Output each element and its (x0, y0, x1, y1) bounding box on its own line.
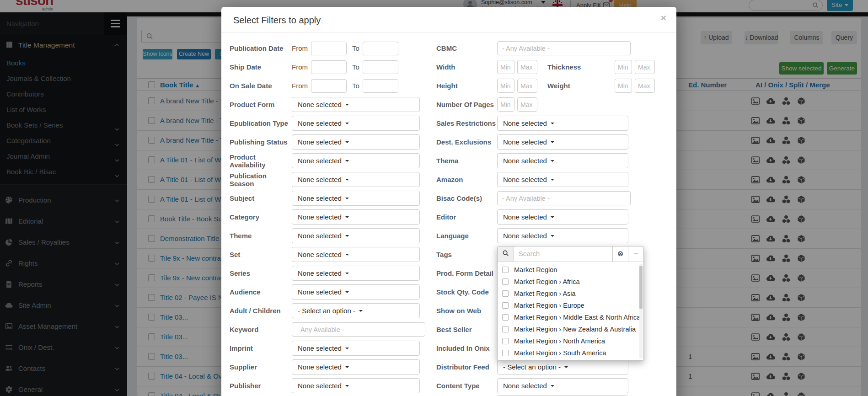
weight-max-input[interactable] (635, 79, 655, 93)
clear-selection-icon[interactable]: ⊗ (612, 246, 628, 262)
epublication-type-dropdown[interactable]: None selected (292, 116, 420, 131)
on-sale-date-to-input[interactable] (363, 79, 398, 93)
set-dropdown[interactable]: None selected (292, 247, 420, 262)
tag-option[interactable]: Market Region › Asia (498, 288, 643, 300)
tags-search-input[interactable] (514, 246, 612, 262)
publisher-dropdown[interactable]: None selected (292, 378, 420, 393)
tag-option[interactable]: Market Region › Africa (498, 276, 643, 288)
option-label: Market Region (514, 266, 557, 273)
filter-publication-date: Publication Date From To (230, 39, 436, 58)
filter-adult-children: Adult / Children - Select an option - (230, 301, 436, 320)
option-checkbox[interactable] (502, 290, 509, 297)
tags-search-row: ⊗ − (498, 246, 643, 262)
scrollbar-thumb[interactable] (639, 266, 643, 309)
filter-amazon: Amazon None selected (436, 170, 674, 189)
option-checkbox[interactable] (502, 326, 509, 332)
filter-cbmc: CBMC (436, 39, 674, 58)
option-label: Market Region › Middle East & North Afri… (514, 314, 640, 321)
language-dropdown[interactable]: None selected (497, 228, 628, 243)
filter-height-weight: Height Weight (436, 76, 674, 95)
tag-option[interactable]: Market Region (498, 264, 643, 276)
thema-dropdown[interactable]: None selected (497, 153, 628, 168)
amazon-dropdown[interactable]: None selected (497, 172, 628, 187)
caret-down-icon (345, 160, 349, 162)
filter-language: Language None selected (436, 226, 674, 245)
filter-publisher: Publisher None selected (230, 376, 436, 395)
thickness-min-input[interactable] (615, 60, 632, 74)
filter-subject: Subject None selected (230, 189, 436, 208)
width-max-input[interactable] (517, 60, 537, 74)
modal-body: Publication Date From To Ship Date From … (221, 32, 676, 396)
caret-down-icon (345, 123, 349, 124)
modal-header: Select Filters to apply × (221, 7, 676, 32)
bisac-codes-input[interactable] (497, 191, 631, 205)
scrollbar[interactable] (639, 264, 643, 359)
option-checkbox[interactable] (502, 350, 509, 356)
content-type-dropdown[interactable]: None selected (497, 378, 628, 393)
adult-children-dropdown[interactable]: - Select an option - (292, 303, 420, 318)
option-checkbox[interactable] (502, 302, 509, 309)
caret-down-icon (551, 385, 554, 387)
select-filters-modal: Select Filters to apply × Publication Da… (221, 7, 676, 396)
pages-min-input[interactable] (497, 97, 514, 112)
filter-theme: Theme None selected (230, 226, 436, 245)
pages-max-input[interactable] (517, 97, 537, 112)
imprint-dropdown[interactable]: None selected (292, 341, 420, 356)
option-label: Market Region › North America (514, 337, 605, 345)
caret-down-icon (345, 216, 349, 218)
option-label: Market Region › New Zealand & Australia (514, 326, 636, 333)
filter-ship-date: Ship Date From To (230, 58, 436, 76)
tag-option[interactable]: Market Region › Middle East & North Afri… (498, 311, 643, 323)
dest-exclusions-dropdown[interactable]: None selected (497, 134, 628, 150)
option-checkbox[interactable] (502, 267, 509, 273)
tag-option[interactable]: Market Region › North America (498, 335, 643, 347)
ship-date-from-input[interactable] (311, 60, 347, 74)
supplier-dropdown[interactable]: None selected (292, 359, 420, 375)
subject-dropdown[interactable]: None selected (292, 191, 420, 206)
weight-min-input[interactable] (615, 79, 632, 93)
publication-season-dropdown[interactable]: None selected (292, 172, 420, 187)
caret-down-icon (345, 198, 349, 199)
height-max-input[interactable] (517, 79, 537, 93)
filter-content-type: Content Type None selected (436, 376, 674, 395)
category-dropdown[interactable]: None selected (292, 209, 420, 225)
series-dropdown[interactable]: None selected (292, 266, 420, 281)
sales-restrictions-dropdown[interactable]: None selected (497, 116, 628, 131)
option-checkbox[interactable] (502, 314, 509, 321)
height-min-input[interactable] (497, 79, 514, 93)
caret-down-icon (551, 235, 554, 237)
close-icon[interactable]: × (661, 12, 666, 23)
caret-down-icon (551, 216, 554, 218)
keyword-input[interactable] (292, 322, 425, 337)
filters-left-column: Publication Date From To Ship Date From … (230, 39, 436, 396)
editor-dropdown[interactable]: None selected (497, 209, 628, 225)
caret-down-icon (345, 366, 349, 368)
option-label: Market Region › Africa (514, 278, 579, 285)
tag-option[interactable]: Market Region › New Zealand & Australia (498, 323, 643, 335)
distributor-feed-dropdown[interactable]: - Select an option - (497, 359, 628, 375)
audience-dropdown[interactable]: None selected (292, 284, 420, 300)
tag-option[interactable]: Market Region › Europe (498, 300, 643, 311)
tags-dropdown-panel: ⊗ − Market Region Market Region (497, 246, 644, 361)
publication-date-from-input[interactable] (311, 42, 347, 55)
publishing-status-dropdown[interactable]: None selected (292, 134, 420, 150)
theme-dropdown[interactable]: None selected (292, 228, 420, 243)
filter-supplier: Supplier None selected (230, 358, 436, 376)
filter-imprint: Imprint None selected (230, 339, 436, 358)
option-checkbox[interactable] (502, 278, 509, 285)
publication-date-to-input[interactable] (363, 42, 398, 55)
ship-date-to-input[interactable] (363, 60, 398, 74)
caret-down-icon (345, 179, 349, 181)
cbmc-input[interactable] (497, 41, 631, 55)
filter-dest-exclusions: Dest. Exclusions None selected (436, 133, 674, 151)
filter-sales-restrictions: Sales Restrictions None selected (436, 114, 674, 133)
on-sale-date-from-input[interactable] (311, 79, 347, 93)
collapse-icon[interactable]: − (628, 246, 643, 262)
tag-option[interactable]: Market Region › South America (498, 347, 643, 359)
filter-series: Series None selected (230, 264, 436, 283)
product-form-dropdown[interactable]: None selected (292, 97, 420, 112)
option-checkbox[interactable] (502, 338, 509, 344)
thickness-max-input[interactable] (635, 60, 655, 74)
width-min-input[interactable] (497, 60, 514, 74)
product-availability-dropdown[interactable]: None selected (292, 153, 420, 168)
